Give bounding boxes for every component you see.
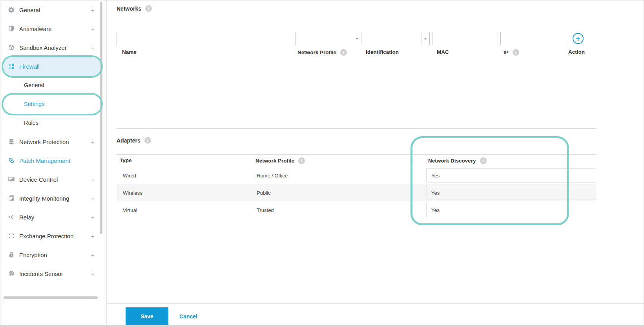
sidebar-subitem-label: Rules (24, 120, 38, 126)
cube-icon (8, 44, 15, 51)
sidebar-item-exchange-protection[interactable]: Exchange Protection + (0, 227, 103, 245)
sidebar-horizontal-scrollbar[interactable] (4, 296, 98, 299)
info-icon[interactable]: i (513, 49, 519, 56)
column-header-label: MAC (437, 49, 449, 55)
collapse-toggle[interactable]: - (93, 63, 95, 70)
type-cell: Wired (123, 173, 136, 179)
sidebar-vertical-scrollbar[interactable] (100, 2, 102, 234)
type-cell: Wireless (123, 190, 142, 196)
expand-toggle[interactable]: + (91, 252, 95, 258)
signal-icon (8, 214, 15, 220)
sidebar-item-relay[interactable]: Relay + (0, 208, 103, 227)
sidebar-subitem-firewall-settings[interactable]: Settings (0, 95, 103, 113)
monitor-icon (8, 176, 15, 183)
sidebar-item-label: Firewall (19, 63, 40, 70)
cancel-button[interactable]: Cancel (176, 307, 201, 325)
network-profile-cell: Public (257, 190, 270, 196)
info-icon[interactable]: i (145, 5, 152, 12)
mac-filter-input[interactable] (432, 32, 498, 45)
networks-title-text: Networks (117, 5, 141, 12)
sidebar-item-label: Sandbox Analyzer (19, 44, 67, 51)
expand-toggle[interactable]: + (91, 7, 95, 13)
sidebar-item-encryption[interactable]: Encryption + (0, 245, 103, 264)
sidebar-item-device-control[interactable]: Device Control + (0, 170, 103, 189)
adapters-header-network-profile: Network Profile i (255, 157, 305, 164)
divider (117, 16, 597, 16)
sidebar-item-network-protection[interactable]: Network Protection + (0, 132, 103, 151)
exchange-icon (8, 233, 15, 239)
sidebar-item-patch-management[interactable]: Patch Management (0, 151, 103, 170)
sidebar-item-firewall[interactable]: Firewall - (0, 57, 103, 76)
column-header-label: Action (568, 49, 585, 55)
expand-toggle[interactable]: + (91, 270, 95, 277)
adapters-section-title: Adapters i (117, 137, 151, 144)
sidebar-item-incidents-sensor[interactable]: Incidents Sensor + (0, 264, 103, 283)
sidebar-item-general[interactable]: General + (0, 0, 103, 19)
column-header-label: Name (122, 49, 137, 55)
expand-toggle[interactable]: + (91, 139, 95, 145)
network-discovery-select[interactable]: Yes (426, 203, 596, 217)
bottom-scrollbar-track (0, 325, 644, 327)
add-network-button[interactable]: + (573, 33, 584, 44)
sidebar-item-label: Device Control (19, 176, 58, 183)
sidebar-item-label: Integrity Monitoring (19, 195, 69, 202)
column-header-label: Network Profile (255, 158, 294, 164)
info-icon[interactable]: i (480, 157, 487, 164)
divider (117, 154, 597, 155)
sidebar-item-antimalware[interactable]: Antimalware + (0, 19, 103, 38)
shield-icon (8, 26, 15, 32)
sidebar-item-label: General (19, 7, 40, 13)
divider (117, 128, 597, 129)
network-discovery-value: Yes (431, 190, 440, 196)
column-header-label: IP (504, 49, 509, 55)
network-profile-cell: Trusted (257, 207, 274, 213)
ip-filter-input[interactable] (500, 32, 566, 45)
divider (117, 149, 597, 149)
column-header-label: Network Profile (297, 49, 336, 55)
column-header-identification: Identification (366, 49, 399, 55)
column-header-ip: IP i (504, 49, 519, 56)
sidebar-item-label: Exchange Protection (19, 233, 73, 239)
expand-toggle[interactable]: + (91, 195, 95, 202)
table-row-wired: Wired Home / Office Yes (117, 167, 597, 184)
sidebar-subitem-firewall-general[interactable]: General (0, 76, 103, 95)
sidebar-item-integrity-monitoring[interactable]: Integrity Monitoring + (0, 189, 103, 208)
gear-icon (8, 7, 15, 13)
network-discovery-value: Yes (431, 207, 440, 213)
sidebar-item-sandbox-analyzer[interactable]: Sandbox Analyzer + (0, 38, 103, 57)
expand-toggle[interactable]: + (91, 214, 95, 221)
type-cell: Virtual (123, 207, 137, 213)
expand-toggle[interactable]: + (91, 44, 95, 51)
network-discovery-value: Yes (431, 173, 440, 179)
identification-filter-select[interactable] (364, 32, 430, 45)
chevron-down-icon[interactable] (421, 32, 429, 45)
expand-toggle[interactable]: + (91, 176, 95, 183)
sensor-icon (8, 270, 15, 277)
sidebar-item-label: Network Protection (19, 139, 69, 145)
network-discovery-select[interactable]: Yes (426, 168, 596, 183)
name-filter-input[interactable] (117, 32, 293, 45)
info-icon[interactable]: i (144, 137, 151, 144)
table-row-wireless: Wireless Public Yes (117, 184, 597, 201)
database-icon (8, 139, 15, 145)
expand-toggle[interactable]: + (91, 233, 95, 239)
firewall-icon (8, 63, 15, 69)
column-header-name: Name (122, 49, 137, 55)
column-header-label: Type (120, 157, 132, 163)
table-row-virtual: Virtual Trusted Yes (117, 201, 597, 219)
lock-icon (8, 252, 15, 258)
expand-toggle[interactable]: + (91, 26, 95, 32)
sidebar-item-label: Incidents Sensor (19, 270, 63, 277)
sidebar: General + Antimalware + Sandbox Analyzer… (0, 0, 107, 325)
network-profile-filter-select[interactable] (296, 32, 361, 45)
column-header-action: Action (568, 49, 585, 55)
info-icon[interactable]: i (340, 49, 347, 56)
divider (107, 303, 644, 304)
sidebar-subitem-firewall-rules[interactable]: Rules (0, 113, 103, 132)
adapters-header-type: Type (120, 157, 132, 163)
info-icon[interactable]: i (298, 157, 305, 164)
column-header-mac: MAC (437, 49, 449, 55)
chevron-down-icon[interactable] (353, 32, 361, 45)
network-discovery-select[interactable]: Yes (426, 186, 596, 200)
save-button[interactable]: Save (126, 307, 168, 325)
